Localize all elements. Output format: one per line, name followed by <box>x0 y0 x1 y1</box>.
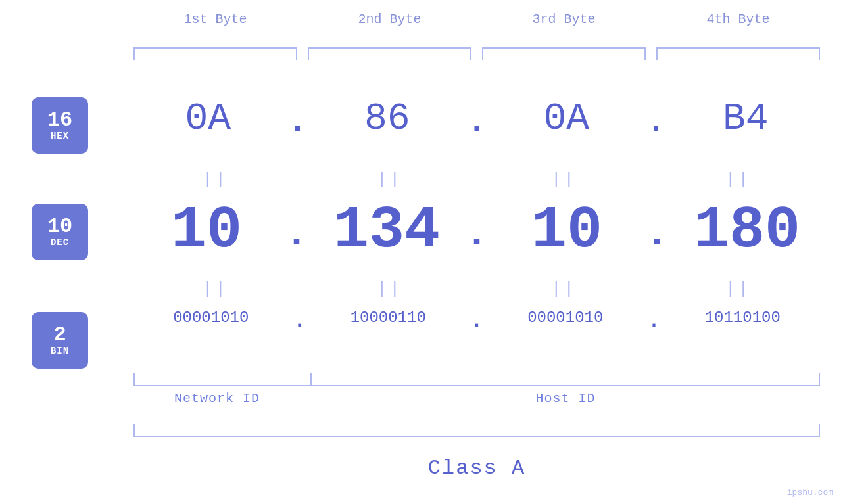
network-host-labels: Network ID Host ID <box>128 391 825 406</box>
dec-values-row: 10 . 134 . 10 . 180 <box>128 197 825 264</box>
header-byte2: 2nd Byte <box>302 12 477 27</box>
hex-values-row: 0A . 86 . 0A . B4 <box>128 97 825 140</box>
hex-badge: 16 HEX <box>32 97 88 154</box>
bracket-network <box>133 373 311 386</box>
hex-dot1: . <box>287 106 307 139</box>
dec-badge: 10 DEC <box>32 204 88 260</box>
bin-badge-label: BIN <box>51 346 69 356</box>
hex-byte1: 0A <box>128 97 287 140</box>
class-bracket <box>128 424 825 437</box>
eq-hd-3: || <box>477 170 651 189</box>
equals-hex-dec: || || || || <box>128 170 825 189</box>
bracket-top-4 <box>656 47 820 60</box>
bin-dot2: . <box>471 311 483 331</box>
dec-badge-number: 10 <box>47 216 72 237</box>
eq-hd-4: || <box>651 170 825 189</box>
hex-dot2: . <box>467 106 487 139</box>
host-id-label: Host ID <box>306 391 825 406</box>
dec-byte3: 10 <box>489 197 645 264</box>
dec-dot1: . <box>285 214 308 254</box>
bin-byte4: 10110100 <box>660 309 825 327</box>
eq-hd-1: || <box>128 170 302 189</box>
bin-values-row: 00001010 . 10000110 . 00001010 . 1011010… <box>128 309 825 327</box>
eq-hd-2: || <box>302 170 477 189</box>
bin-badge: 2 BIN <box>32 312 88 369</box>
hex-badge-label: HEX <box>51 131 69 141</box>
header-byte3: 3rd Byte <box>477 12 651 27</box>
dec-byte2: 134 <box>308 197 465 264</box>
bin-badge-number: 2 <box>53 325 66 346</box>
bin-byte2: 10000110 <box>306 309 471 327</box>
header-byte1: 1st Byte <box>128 12 302 27</box>
bin-dot1: . <box>293 311 305 331</box>
eq-db-3: || <box>477 279 651 299</box>
class-label: Class A <box>128 456 825 480</box>
eq-db-4: || <box>651 279 825 299</box>
top-brackets <box>128 47 825 60</box>
eq-db-2: || <box>302 279 477 299</box>
hex-badge-number: 16 <box>47 110 72 131</box>
dec-dot3: . <box>645 214 669 254</box>
hex-byte2: 86 <box>308 97 467 140</box>
network-id-label: Network ID <box>128 391 306 406</box>
bracket-host <box>311 373 820 386</box>
class-bracket-line <box>133 424 820 437</box>
bracket-top-3 <box>482 47 646 60</box>
eq-db-1: || <box>128 279 302 299</box>
dec-byte1: 10 <box>128 197 285 264</box>
equals-dec-bin: || || || || <box>128 279 825 299</box>
byte-headers: 1st Byte 2nd Byte 3rd Byte 4th Byte <box>128 12 825 27</box>
bin-byte1: 00001010 <box>128 309 293 327</box>
dec-byte4: 180 <box>669 197 825 264</box>
watermark: ipshu.com <box>787 488 833 497</box>
bracket-top-1 <box>133 47 297 60</box>
hex-dot3: . <box>646 106 665 139</box>
dec-badge-label: DEC <box>51 237 69 248</box>
bottom-brackets <box>128 373 825 386</box>
bin-dot3: . <box>648 311 660 331</box>
hex-byte3: 0A <box>487 97 646 140</box>
dec-dot2: . <box>465 214 489 254</box>
header-byte4: 4th Byte <box>651 12 825 27</box>
bin-byte3: 00001010 <box>483 309 648 327</box>
hex-byte4: B4 <box>666 97 825 140</box>
bracket-top-2 <box>308 47 471 60</box>
